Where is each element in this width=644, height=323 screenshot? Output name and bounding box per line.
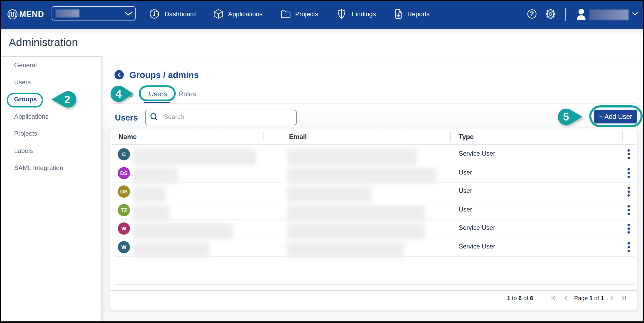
svg-text:4: 4 (116, 88, 122, 100)
svg-text:5: 5 (563, 111, 569, 123)
svg-text:2: 2 (64, 93, 70, 106)
